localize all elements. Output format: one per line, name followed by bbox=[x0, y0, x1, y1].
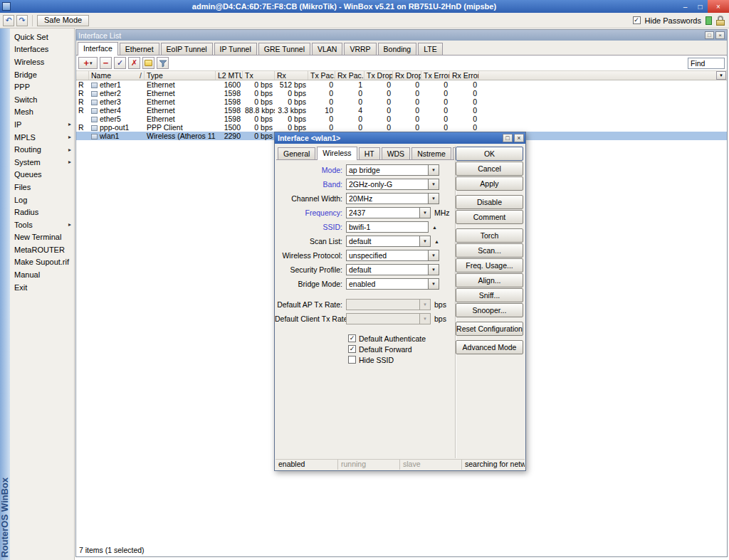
sidebar-item-exit[interactable]: Exit bbox=[10, 281, 74, 294]
tab-ethernet[interactable]: Ethernet bbox=[120, 43, 159, 55]
sniff-button[interactable]: Sniff... bbox=[456, 288, 523, 302]
column-header-rx-drops[interactable]: Rx Drops bbox=[393, 71, 421, 80]
frequency-input[interactable]: 2437 bbox=[346, 207, 420, 218]
dropdown-arrow-icon[interactable]: ▼ bbox=[429, 193, 439, 204]
hide-ssid-checkbox[interactable] bbox=[348, 356, 356, 364]
cancel-button[interactable]: Cancel bbox=[456, 162, 523, 176]
minimize-button[interactable]: – bbox=[678, 0, 693, 13]
column-header-name[interactable]: Name/ bbox=[89, 71, 145, 80]
add-button[interactable]: + ▾ bbox=[78, 57, 98, 69]
sidebar-item-manual[interactable]: Manual bbox=[10, 268, 74, 281]
sidebar-item-interfaces[interactable]: Interfaces bbox=[10, 43, 74, 56]
default-forward-checkbox[interactable]: ✓ bbox=[348, 345, 356, 353]
dialog-tab-wds[interactable]: WDS bbox=[382, 147, 411, 159]
sidebar-item-log[interactable]: Log bbox=[10, 194, 74, 206]
sidebar-item-wireless[interactable]: Wireless bbox=[10, 56, 74, 68]
torch-button[interactable]: Torch bbox=[456, 228, 523, 243]
column-header-rx[interactable]: Rx bbox=[275, 71, 308, 80]
dialog-tab-wireless[interactable]: Wireless bbox=[317, 147, 357, 160]
tab-vlan[interactable]: VLAN bbox=[312, 43, 342, 55]
sidebar-item-files[interactable]: Files bbox=[10, 181, 74, 194]
column-header-rx-pac[interactable]: Rx Pac... bbox=[335, 71, 364, 80]
filter-button[interactable] bbox=[157, 57, 169, 69]
sidebar-item-mesh[interactable]: Mesh bbox=[10, 106, 74, 119]
sidebar-item-tools[interactable]: Tools▸ bbox=[10, 218, 74, 231]
column-header-tx-pac[interactable]: Tx Pac... bbox=[308, 71, 335, 80]
enable-button[interactable]: ✓ bbox=[114, 57, 126, 69]
tab-interface[interactable]: Interface bbox=[78, 42, 118, 56]
column-header-tx[interactable]: Tx bbox=[243, 71, 275, 80]
column-header-tx-drops[interactable]: Tx Drops bbox=[364, 71, 393, 80]
remove-button[interactable]: − bbox=[100, 57, 112, 69]
sidebar-item-make-supout-rif[interactable]: Make Supout.rif bbox=[10, 256, 74, 269]
dialog-tab-nstreme[interactable]: Nstreme bbox=[411, 147, 451, 159]
dialog-tab-ht[interactable]: HT bbox=[359, 147, 380, 159]
table-row[interactable]: Rether1Ethernet16000 bps512 bps010000 bbox=[76, 80, 727, 89]
sidebar-item-mpls[interactable]: MPLS▸ bbox=[10, 131, 74, 144]
collapse-arrow-icon[interactable]: ▲ bbox=[434, 239, 439, 244]
sidebar-item-ip[interactable]: IP▸ bbox=[10, 118, 74, 131]
tab-gre-tunnel[interactable]: GRE Tunnel bbox=[258, 43, 310, 55]
table-row[interactable]: Rether3Ethernet15980 bps0 bps000000 bbox=[76, 97, 727, 106]
sidebar-item-routing[interactable]: Routing▸ bbox=[10, 143, 74, 156]
tab-lte[interactable]: LTE bbox=[418, 43, 442, 55]
sidebar-item-radius[interactable]: Radius bbox=[10, 206, 74, 218]
dropdown-arrow-icon[interactable]: ▼ bbox=[420, 236, 431, 247]
sidebar-item-quick-set[interactable]: Quick Set bbox=[10, 31, 74, 43]
ssid-input[interactable]: bwifi-1 bbox=[346, 221, 429, 233]
collapse-arrow-icon[interactable]: ▲ bbox=[432, 225, 437, 230]
undo-icon[interactable]: ↶ bbox=[3, 15, 14, 26]
sidebar-item-new-terminal[interactable]: New Terminal bbox=[10, 231, 74, 244]
wireless-protocol-input[interactable]: unspecified bbox=[346, 250, 429, 261]
align-button[interactable]: Align... bbox=[456, 273, 523, 287]
tab-eoip-tunnel[interactable]: EoIP Tunnel bbox=[161, 43, 213, 55]
apply-button[interactable]: Apply bbox=[456, 176, 523, 191]
comment-button[interactable] bbox=[142, 57, 154, 69]
security-profile-input[interactable]: default bbox=[346, 264, 429, 275]
dropdown-arrow-icon[interactable]: ▼ bbox=[420, 207, 431, 218]
dropdown-arrow-icon[interactable]: ▼ bbox=[429, 250, 439, 261]
bridge-mode-input[interactable]: enabled bbox=[346, 278, 429, 290]
scan-list-input[interactable]: default bbox=[346, 236, 420, 247]
disable-button[interactable]: Disable bbox=[456, 195, 523, 209]
ok-button[interactable]: OK bbox=[456, 147, 523, 161]
comment-button[interactable]: Comment bbox=[456, 210, 523, 224]
reset-configuration-button[interactable]: Reset Configuration bbox=[456, 322, 523, 336]
dialog-close-icon[interactable]: × bbox=[514, 134, 524, 142]
dialog-tab-general[interactable]: General bbox=[278, 147, 315, 159]
restore-icon[interactable]: □ bbox=[705, 31, 714, 39]
band-input[interactable]: 2GHz-only-G bbox=[346, 179, 429, 190]
sidebar-item-bridge[interactable]: Bridge bbox=[10, 68, 74, 81]
sidebar-item-switch[interactable]: Switch bbox=[10, 93, 74, 106]
find-box[interactable]: Find bbox=[688, 58, 725, 69]
table-row[interactable]: Rppp-out1PPP Client15000 bps0 bps000000 bbox=[76, 123, 727, 132]
dropdown-arrow-icon[interactable]: ▼ bbox=[429, 278, 439, 290]
freq-usage-button[interactable]: Freq. Usage... bbox=[456, 258, 523, 273]
tab-ip-tunnel[interactable]: IP Tunnel bbox=[214, 43, 257, 55]
maximize-button[interactable]: □ bbox=[693, 0, 708, 13]
column-header-rx-errors[interactable]: Rx Errors bbox=[450, 71, 479, 80]
sidebar-item-system[interactable]: System▸ bbox=[10, 156, 74, 169]
tab-vrrp[interactable]: VRRP bbox=[344, 43, 376, 55]
table-row[interactable]: Rether2Ethernet15980 bps0 bps000000 bbox=[76, 89, 727, 97]
close-icon[interactable]: × bbox=[715, 31, 725, 39]
sidebar-item-metarouter[interactable]: MetaROUTER bbox=[10, 243, 74, 256]
close-button[interactable]: × bbox=[708, 0, 729, 13]
column-picker-icon[interactable]: ▼ bbox=[716, 71, 726, 80]
channel-width-input[interactable]: 20MHz bbox=[346, 193, 429, 204]
advanced-mode-button[interactable]: Advanced Mode bbox=[456, 340, 523, 354]
hide-passwords-checkbox[interactable]: ✓ bbox=[633, 16, 641, 24]
default-authenticate-checkbox[interactable]: ✓ bbox=[348, 334, 356, 342]
safe-mode-button[interactable]: Safe Mode bbox=[37, 15, 89, 26]
dropdown-arrow-icon[interactable]: ▼ bbox=[429, 164, 439, 176]
redo-icon[interactable]: ↷ bbox=[16, 15, 28, 26]
tab-bonding[interactable]: Bonding bbox=[378, 43, 417, 55]
table-row[interactable]: ether5Ethernet15980 bps0 bps000000 bbox=[76, 115, 727, 123]
column-header-flag[interactable] bbox=[76, 71, 89, 80]
column-header-tx-errors[interactable]: Tx Errors bbox=[421, 71, 450, 80]
column-header-l2-mtu[interactable]: L2 MTU bbox=[216, 71, 243, 80]
table-row[interactable]: Rether4Ethernet159888.8 kbps3.3 kbps1040… bbox=[76, 106, 727, 115]
column-header-type[interactable]: Type bbox=[145, 71, 216, 80]
dropdown-arrow-icon[interactable]: ▼ bbox=[429, 179, 439, 190]
sidebar-item-ppp[interactable]: PPP bbox=[10, 80, 74, 93]
